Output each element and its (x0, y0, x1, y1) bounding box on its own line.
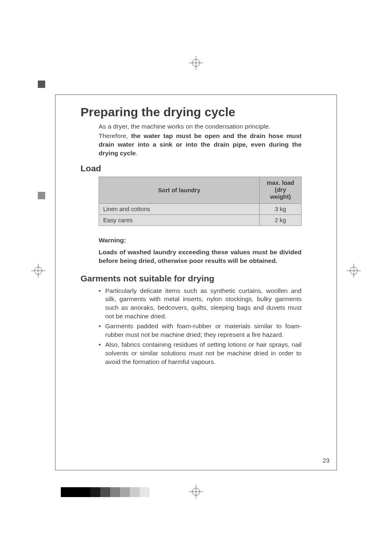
svg-point-8 (350, 267, 357, 274)
bleed-tab-top-icon (38, 81, 45, 88)
garments-bullet-list: Particularly delicate items such as synt… (99, 287, 302, 366)
list-item: Also, fabrics containing residues of set… (99, 341, 302, 366)
table-cell-value: 2 kg (260, 214, 302, 226)
swatch (90, 487, 100, 497)
table-cell-label: Linen and cottons (99, 203, 260, 214)
swatch (130, 487, 140, 497)
table-row: Linen and cottons 3 kg (99, 203, 302, 214)
greyscale-strip-icon (61, 487, 150, 497)
swatch (71, 487, 81, 497)
table-header-sort: Sort of laundry (99, 177, 260, 203)
swatch (61, 487, 71, 497)
document-page: Preparing the drying cycle As a dryer, t… (0, 0, 392, 555)
swatch (110, 487, 120, 497)
section-garments-heading: Garments not suitable for drying (81, 274, 302, 283)
registration-mark-top-icon (189, 56, 203, 70)
page-number: 23 (323, 457, 330, 464)
intro-paragraph: As a dryer, the machine works on the con… (99, 122, 302, 131)
swatch (140, 487, 150, 497)
swatch (120, 487, 130, 497)
table-header-max-l2: (dry weight) (270, 187, 291, 200)
table-header-max-l1: max. load (267, 180, 294, 186)
section-load-heading: Load (81, 164, 302, 173)
therefore-paragraph: Therefore, the water tap must be open an… (99, 132, 302, 158)
table-header-max: max. load (dry weight) (260, 177, 302, 203)
registration-mark-left-icon (31, 264, 45, 278)
page-title: Preparing the drying cycle (81, 105, 302, 119)
table-row: Easy cares 2 kg (99, 214, 302, 226)
svg-point-11 (192, 488, 200, 495)
swatch (100, 487, 110, 497)
registration-mark-bottom-icon (189, 485, 203, 499)
registration-mark-right-icon (347, 264, 361, 278)
load-table: Sort of laundry max. load (dry weight) L… (99, 177, 302, 226)
therefore-tail: . (136, 150, 137, 157)
svg-point-5 (35, 267, 42, 274)
bleed-tab-side-icon (38, 192, 45, 199)
table-cell-label: Easy cares (99, 214, 260, 226)
page-content: Preparing the drying cycle As a dryer, t… (81, 105, 302, 368)
therefore-lead: Therefore, (99, 132, 131, 139)
svg-point-2 (192, 59, 200, 67)
list-item: Garments padded with foam-rubber or mate… (99, 322, 302, 339)
warning-label: Warning: (99, 237, 302, 244)
warning-body: Loads of washed laundry exceeding these … (99, 248, 302, 265)
list-item: Particularly delicate items such as synt… (99, 287, 302, 320)
swatch (81, 487, 90, 497)
warning-block: Warning: Loads of washed laundry exceedi… (99, 237, 302, 265)
table-cell-value: 3 kg (260, 203, 302, 214)
